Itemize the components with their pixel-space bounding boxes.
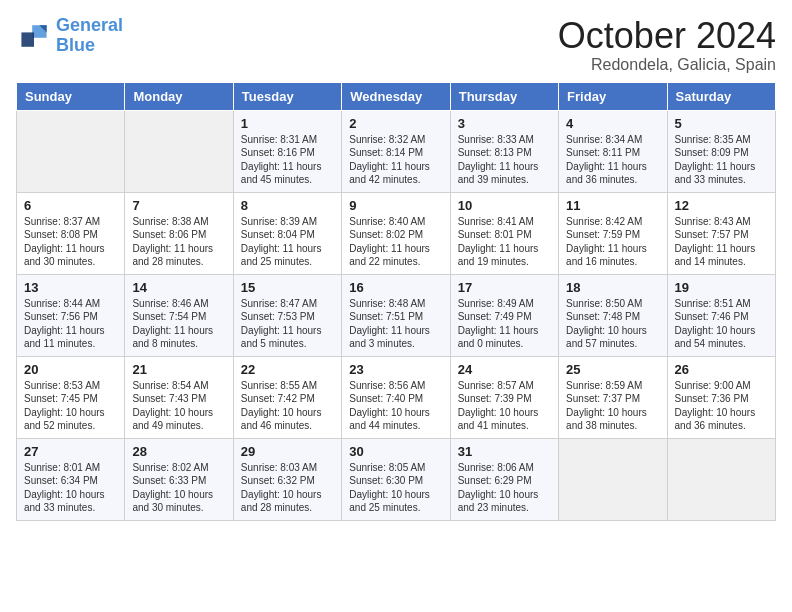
- day-number: 20: [24, 362, 117, 377]
- calendar-cell: 11Sunrise: 8:42 AM Sunset: 7:59 PM Dayli…: [559, 192, 667, 274]
- cell-info: Sunrise: 8:54 AM Sunset: 7:43 PM Dayligh…: [132, 379, 225, 433]
- calendar-cell: 12Sunrise: 8:43 AM Sunset: 7:57 PM Dayli…: [667, 192, 775, 274]
- day-number: 19: [675, 280, 768, 295]
- calendar-cell: 6Sunrise: 8:37 AM Sunset: 8:08 PM Daylig…: [17, 192, 125, 274]
- calendar-body: 1Sunrise: 8:31 AM Sunset: 8:16 PM Daylig…: [17, 110, 776, 520]
- calendar-cell: 9Sunrise: 8:40 AM Sunset: 8:02 PM Daylig…: [342, 192, 450, 274]
- day-number: 16: [349, 280, 442, 295]
- day-number: 31: [458, 444, 551, 459]
- calendar-cell: [667, 438, 775, 520]
- column-header-friday: Friday: [559, 82, 667, 110]
- day-number: 27: [24, 444, 117, 459]
- calendar-cell: 28Sunrise: 8:02 AM Sunset: 6:33 PM Dayli…: [125, 438, 233, 520]
- cell-info: Sunrise: 8:55 AM Sunset: 7:42 PM Dayligh…: [241, 379, 334, 433]
- cell-info: Sunrise: 8:41 AM Sunset: 8:01 PM Dayligh…: [458, 215, 551, 269]
- calendar-cell: 23Sunrise: 8:56 AM Sunset: 7:40 PM Dayli…: [342, 356, 450, 438]
- cell-info: Sunrise: 8:42 AM Sunset: 7:59 PM Dayligh…: [566, 215, 659, 269]
- calendar-cell: 4Sunrise: 8:34 AM Sunset: 8:11 PM Daylig…: [559, 110, 667, 192]
- cell-info: Sunrise: 8:33 AM Sunset: 8:13 PM Dayligh…: [458, 133, 551, 187]
- logo: General Blue: [16, 16, 123, 56]
- calendar-cell: 21Sunrise: 8:54 AM Sunset: 7:43 PM Dayli…: [125, 356, 233, 438]
- calendar-cell: 2Sunrise: 8:32 AM Sunset: 8:14 PM Daylig…: [342, 110, 450, 192]
- calendar-cell: 25Sunrise: 8:59 AM Sunset: 7:37 PM Dayli…: [559, 356, 667, 438]
- cell-info: Sunrise: 8:50 AM Sunset: 7:48 PM Dayligh…: [566, 297, 659, 351]
- calendar-cell: [17, 110, 125, 192]
- calendar-cell: 7Sunrise: 8:38 AM Sunset: 8:06 PM Daylig…: [125, 192, 233, 274]
- day-number: 22: [241, 362, 334, 377]
- column-header-sunday: Sunday: [17, 82, 125, 110]
- calendar-cell: 30Sunrise: 8:05 AM Sunset: 6:30 PM Dayli…: [342, 438, 450, 520]
- column-header-wednesday: Wednesday: [342, 82, 450, 110]
- column-header-monday: Monday: [125, 82, 233, 110]
- page-header: General Blue October 2024 Redondela, Gal…: [16, 16, 776, 74]
- day-number: 10: [458, 198, 551, 213]
- cell-info: Sunrise: 8:46 AM Sunset: 7:54 PM Dayligh…: [132, 297, 225, 351]
- calendar-cell: 22Sunrise: 8:55 AM Sunset: 7:42 PM Dayli…: [233, 356, 341, 438]
- week-row-1: 1Sunrise: 8:31 AM Sunset: 8:16 PM Daylig…: [17, 110, 776, 192]
- day-number: 23: [349, 362, 442, 377]
- month-title: October 2024: [558, 16, 776, 56]
- column-header-thursday: Thursday: [450, 82, 558, 110]
- calendar-cell: 18Sunrise: 8:50 AM Sunset: 7:48 PM Dayli…: [559, 274, 667, 356]
- cell-info: Sunrise: 8:06 AM Sunset: 6:29 PM Dayligh…: [458, 461, 551, 515]
- column-header-saturday: Saturday: [667, 82, 775, 110]
- cell-info: Sunrise: 8:37 AM Sunset: 8:08 PM Dayligh…: [24, 215, 117, 269]
- logo-text: General Blue: [56, 16, 123, 56]
- cell-info: Sunrise: 8:38 AM Sunset: 8:06 PM Dayligh…: [132, 215, 225, 269]
- cell-info: Sunrise: 8:05 AM Sunset: 6:30 PM Dayligh…: [349, 461, 442, 515]
- cell-info: Sunrise: 8:49 AM Sunset: 7:49 PM Dayligh…: [458, 297, 551, 351]
- cell-info: Sunrise: 8:39 AM Sunset: 8:04 PM Dayligh…: [241, 215, 334, 269]
- cell-info: Sunrise: 8:32 AM Sunset: 8:14 PM Dayligh…: [349, 133, 442, 187]
- day-number: 9: [349, 198, 442, 213]
- column-header-tuesday: Tuesday: [233, 82, 341, 110]
- cell-info: Sunrise: 8:56 AM Sunset: 7:40 PM Dayligh…: [349, 379, 442, 433]
- day-number: 15: [241, 280, 334, 295]
- day-number: 14: [132, 280, 225, 295]
- calendar-cell: [559, 438, 667, 520]
- cell-info: Sunrise: 8:59 AM Sunset: 7:37 PM Dayligh…: [566, 379, 659, 433]
- day-number: 3: [458, 116, 551, 131]
- day-number: 5: [675, 116, 768, 131]
- day-number: 8: [241, 198, 334, 213]
- cell-info: Sunrise: 8:43 AM Sunset: 7:57 PM Dayligh…: [675, 215, 768, 269]
- calendar-cell: 26Sunrise: 9:00 AM Sunset: 7:36 PM Dayli…: [667, 356, 775, 438]
- day-number: 28: [132, 444, 225, 459]
- day-number: 12: [675, 198, 768, 213]
- cell-info: Sunrise: 8:35 AM Sunset: 8:09 PM Dayligh…: [675, 133, 768, 187]
- cell-info: Sunrise: 8:48 AM Sunset: 7:51 PM Dayligh…: [349, 297, 442, 351]
- cell-info: Sunrise: 8:01 AM Sunset: 6:34 PM Dayligh…: [24, 461, 117, 515]
- day-number: 29: [241, 444, 334, 459]
- cell-info: Sunrise: 8:53 AM Sunset: 7:45 PM Dayligh…: [24, 379, 117, 433]
- calendar-cell: 20Sunrise: 8:53 AM Sunset: 7:45 PM Dayli…: [17, 356, 125, 438]
- week-row-4: 20Sunrise: 8:53 AM Sunset: 7:45 PM Dayli…: [17, 356, 776, 438]
- calendar-cell: 14Sunrise: 8:46 AM Sunset: 7:54 PM Dayli…: [125, 274, 233, 356]
- day-number: 7: [132, 198, 225, 213]
- calendar-cell: 5Sunrise: 8:35 AM Sunset: 8:09 PM Daylig…: [667, 110, 775, 192]
- cell-info: Sunrise: 8:51 AM Sunset: 7:46 PM Dayligh…: [675, 297, 768, 351]
- week-row-3: 13Sunrise: 8:44 AM Sunset: 7:56 PM Dayli…: [17, 274, 776, 356]
- calendar-cell: 27Sunrise: 8:01 AM Sunset: 6:34 PM Dayli…: [17, 438, 125, 520]
- calendar-header-row: SundayMondayTuesdayWednesdayThursdayFrid…: [17, 82, 776, 110]
- logo-icon: [16, 18, 52, 54]
- week-row-2: 6Sunrise: 8:37 AM Sunset: 8:08 PM Daylig…: [17, 192, 776, 274]
- day-number: 26: [675, 362, 768, 377]
- svg-marker-3: [21, 32, 34, 46]
- cell-info: Sunrise: 8:31 AM Sunset: 8:16 PM Dayligh…: [241, 133, 334, 187]
- cell-info: Sunrise: 8:44 AM Sunset: 7:56 PM Dayligh…: [24, 297, 117, 351]
- calendar-cell: 17Sunrise: 8:49 AM Sunset: 7:49 PM Dayli…: [450, 274, 558, 356]
- calendar-cell: 3Sunrise: 8:33 AM Sunset: 8:13 PM Daylig…: [450, 110, 558, 192]
- day-number: 18: [566, 280, 659, 295]
- day-number: 30: [349, 444, 442, 459]
- logo-line2: Blue: [56, 36, 123, 56]
- calendar-cell: [125, 110, 233, 192]
- cell-info: Sunrise: 8:03 AM Sunset: 6:32 PM Dayligh…: [241, 461, 334, 515]
- logo-line1: General: [56, 15, 123, 35]
- title-block: October 2024 Redondela, Galicia, Spain: [558, 16, 776, 74]
- calendar-cell: 31Sunrise: 8:06 AM Sunset: 6:29 PM Dayli…: [450, 438, 558, 520]
- calendar-table: SundayMondayTuesdayWednesdayThursdayFrid…: [16, 82, 776, 521]
- cell-info: Sunrise: 8:57 AM Sunset: 7:39 PM Dayligh…: [458, 379, 551, 433]
- day-number: 4: [566, 116, 659, 131]
- calendar-cell: 24Sunrise: 8:57 AM Sunset: 7:39 PM Dayli…: [450, 356, 558, 438]
- cell-info: Sunrise: 8:02 AM Sunset: 6:33 PM Dayligh…: [132, 461, 225, 515]
- day-number: 6: [24, 198, 117, 213]
